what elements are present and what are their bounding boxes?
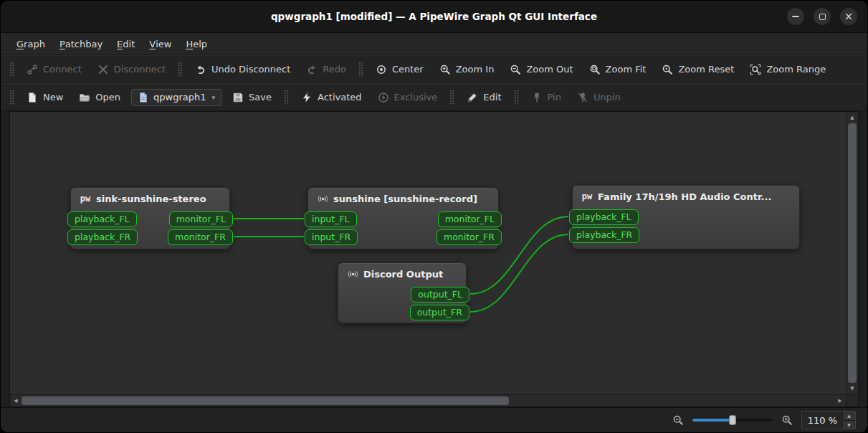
toolbar-drag-handle[interactable] — [358, 62, 363, 77]
zoom-slider-handle[interactable] — [729, 415, 736, 425]
node-title: sunshine [sunshine-record] — [333, 194, 477, 204]
save-icon — [232, 92, 244, 103]
zoom-out-icon — [672, 414, 684, 426]
node-header[interactable]: pwFamily 17h/19h HD Audio Contr... — [573, 186, 799, 204]
zoom-range-button[interactable]: Zoom Range — [742, 60, 834, 79]
node-sunshine-sunshine-record[interactable]: sunshine [sunshine-record]input_FLinput_… — [307, 187, 499, 249]
zoom-slider[interactable] — [692, 414, 773, 426]
port-monitor-fr[interactable]: monitor_FR — [168, 229, 233, 245]
port-input-fl[interactable]: input_FL — [305, 211, 357, 227]
port-playback-fl[interactable]: playback_FL — [67, 211, 137, 227]
vertical-scroll-track[interactable] — [846, 123, 858, 383]
monitor-icon — [347, 268, 358, 280]
button-label: Zoom Out — [526, 64, 573, 75]
horizontal-scrollbar[interactable]: ◀ ▶ — [10, 395, 846, 406]
node-family-17h-19h-hd-audio-contr[interactable]: pwFamily 17h/19h HD Audio Contr...playba… — [572, 185, 800, 249]
horizontal-scroll-track[interactable] — [22, 395, 834, 406]
port-playback-fl[interactable]: playback_FL — [569, 209, 639, 225]
close-button[interactable]: × — [840, 8, 857, 25]
save-button[interactable]: Save — [224, 88, 280, 107]
menu-bar: GraphPatchbayEditViewHelp — [1, 33, 867, 55]
center-button[interactable]: Center — [368, 60, 431, 79]
redo-icon — [306, 64, 318, 75]
node-sink-sunshine-stereo[interactable]: pwsink-sunshine-stereoplayback_FLplaybac… — [70, 187, 230, 249]
vertical-scroll-thumb[interactable] — [848, 123, 857, 383]
toolbar-drag-handle[interactable] — [178, 62, 183, 77]
pin-icon — [531, 92, 543, 103]
node-discord-output[interactable]: Discord Outputoutput_FLoutput_FR — [338, 262, 467, 323]
toolbar-drag-handle[interactable] — [449, 90, 454, 105]
minimize-button[interactable] — [787, 8, 804, 25]
undo-disconnect-button[interactable]: Undo Disconnect — [187, 60, 298, 79]
port-output-fl[interactable]: output_FL — [411, 287, 469, 303]
patchbay-file-combo[interactable]: qpwgraph1▾ — [131, 89, 221, 106]
menu-view[interactable]: View — [142, 33, 178, 54]
button-label: Unpin — [593, 92, 621, 103]
central-area: pwsink-sunshine-stereoplayback_FLplaybac… — [1, 111, 867, 407]
redo-button[interactable]: Redo — [298, 60, 354, 79]
node-header[interactable]: pwsink-sunshine-stereo — [71, 188, 229, 206]
port-monitor-fl[interactable]: monitor_FL — [169, 211, 233, 227]
node-header[interactable]: Discord Output — [338, 263, 466, 282]
toolbar-drag-handle[interactable] — [284, 90, 289, 105]
scroll-right-button[interactable]: ▶ — [834, 395, 846, 406]
unpin-icon — [577, 92, 588, 103]
maximize-button[interactable] — [814, 8, 831, 25]
scroll-left-button[interactable]: ◀ — [10, 395, 22, 406]
exclusive-button[interactable]: Exclusive — [370, 88, 446, 107]
horizontal-scroll-thumb[interactable] — [22, 396, 509, 405]
toolbar-drag-handle[interactable] — [9, 90, 14, 105]
monitor-icon — [317, 193, 328, 204]
menu-graph[interactable]: Graph — [9, 33, 52, 54]
vertical-scrollbar[interactable]: ▲ ▼ — [846, 112, 858, 394]
zoom-spinbox[interactable]: 110 % ▲ ▼ — [801, 411, 856, 429]
button-label: Redo — [323, 64, 346, 75]
button-label: Open — [95, 92, 120, 103]
status-bar: 110 % ▲ ▼ — [1, 407, 867, 432]
title-bar[interactable]: qpwgraph1 [modified] — A PipeWire Graph … — [1, 1, 867, 33]
zoom-reset-button[interactable]: Zoom Reset — [654, 60, 742, 79]
port-output-fr[interactable]: output_FR — [410, 305, 469, 320]
node-header[interactable]: sunshine [sunshine-record] — [308, 188, 498, 206]
activated-icon — [301, 92, 313, 103]
zoom-fit-button[interactable]: Zoom Fit — [581, 60, 654, 79]
new-button[interactable]: New — [19, 88, 71, 107]
port-playback-fr[interactable]: playback_FR — [67, 229, 138, 245]
zoom-out-button[interactable]: Zoom Out — [502, 60, 581, 79]
menu-edit[interactable]: Edit — [110, 33, 142, 54]
button-label: Zoom Fit — [606, 64, 647, 75]
spin-down-button[interactable]: ▼ — [843, 421, 855, 429]
pin-button[interactable]: Pin — [523, 88, 569, 107]
port-monitor-fr[interactable]: monitor_FR — [437, 229, 502, 245]
unpin-button[interactable]: Unpin — [569, 88, 629, 107]
menu-help[interactable]: Help — [178, 33, 214, 54]
port-playback-fr[interactable]: playback_FR — [569, 227, 639, 243]
toolbar-drag-handle[interactable] — [514, 90, 519, 105]
button-label: Center — [392, 64, 424, 75]
open-button[interactable]: Open — [71, 88, 128, 107]
activated-button[interactable]: Activated — [293, 88, 370, 107]
zoom-in-button[interactable]: Zoom In — [431, 60, 502, 79]
edit-button[interactable]: Edit — [459, 88, 509, 107]
port-monitor-fl[interactable]: monitor_FL — [438, 211, 502, 227]
zoom-fit-icon — [589, 64, 601, 75]
button-label: Zoom Reset — [678, 64, 734, 75]
disconnect-button[interactable]: Disconnect — [90, 60, 173, 79]
menu-patchbay[interactable]: Patchbay — [52, 33, 110, 54]
pipewire-icon: pw — [581, 191, 593, 202]
port-input-fr[interactable]: input_FR — [305, 229, 358, 245]
spin-up-button[interactable]: ▲ — [843, 411, 855, 421]
button-label: Activated — [318, 92, 362, 103]
window-controls: × — [787, 1, 857, 32]
scroll-down-button[interactable]: ▼ — [846, 383, 858, 394]
graph-canvas[interactable]: pwsink-sunshine-stereoplayback_FLplaybac… — [10, 112, 846, 394]
button-label: Edit — [483, 92, 501, 103]
node-title: Family 17h/19h HD Audio Contr... — [598, 191, 771, 202]
connect-button[interactable]: Connect — [19, 60, 90, 79]
scroll-up-button[interactable]: ▲ — [846, 112, 858, 123]
edit-icon — [467, 92, 478, 103]
node-title: Discord Output — [363, 269, 443, 280]
toolbar-drag-handle[interactable] — [9, 62, 14, 77]
patchbay-file-icon — [138, 92, 149, 103]
node-title: sink-sunshine-stereo — [96, 194, 206, 204]
